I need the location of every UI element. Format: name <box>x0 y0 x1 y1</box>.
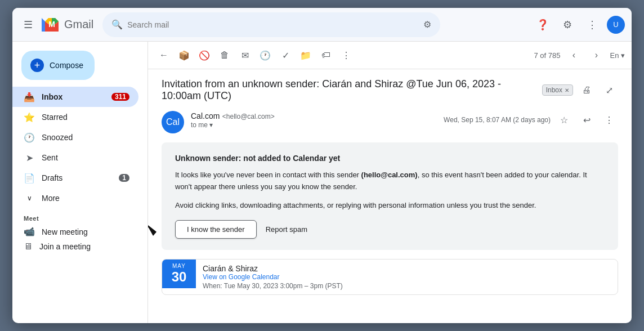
chevron-down-icon: ∨ <box>24 194 35 202</box>
user-avatar[interactable]: U <box>607 16 625 34</box>
prev-email-button[interactable]: ‹ <box>565 46 583 64</box>
archive-button[interactable]: 📦 <box>175 46 193 64</box>
email-area: ← 📦 🚫 🗑 ✉ 🕐 ✓ 📁 🏷 ⋮ 7 of 785 ‹ › En ▾ <box>147 42 632 323</box>
sidebar-item-label: Drafts <box>42 173 112 182</box>
join-meeting-button[interactable]: 🖥 Join a meeting <box>24 239 136 254</box>
more-toolbar-button[interactable]: ⋮ <box>337 46 355 64</box>
know-sender-button[interactable]: I know the sender <box>175 220 257 239</box>
remove-label-button[interactable]: ✕ <box>565 87 569 93</box>
sidebar-item-snoozed[interactable]: 🕐 Snoozed <box>12 127 138 147</box>
cal-day: 30 <box>172 269 187 285</box>
sidebar-item-sent[interactable]: ➤ Sent <box>12 147 138 168</box>
more-email-button[interactable]: ⋮ <box>600 111 618 129</box>
search-input[interactable] <box>127 20 419 29</box>
video-icon: 📹 <box>24 226 35 237</box>
mark-done-button[interactable]: ✓ <box>276 46 294 64</box>
email-toolbar: ← 📦 🚫 🗑 ✉ 🕐 ✓ 📁 🏷 ⋮ 7 of 785 ‹ › En ▾ <box>148 42 632 69</box>
app-title: Gmail <box>64 18 93 31</box>
new-meeting-button[interactable]: 📹 New meeting <box>24 224 136 239</box>
snooze-button[interactable]: 🕐 <box>256 46 274 64</box>
email-header: Cal Cal.com <hello@cal.com> to me ▾ Wed,… <box>162 111 618 133</box>
print-button[interactable]: 🖨 <box>578 81 596 99</box>
cal-title: Ciarán & Shiraz <box>203 264 343 273</box>
sender-avatar: Cal <box>162 111 184 133</box>
warning-body2: Avoid clicking links, downloading attach… <box>175 200 605 212</box>
mark-unread-button[interactable]: ✉ <box>236 46 254 64</box>
meet-label: Meet <box>24 215 136 222</box>
cal-month: May <box>172 263 186 269</box>
join-meeting-label: Join a meeting <box>39 242 91 251</box>
svg-text:M: M <box>48 20 55 29</box>
sent-icon: ➤ <box>24 153 35 163</box>
sidebar-item-label: Starred <box>42 113 129 122</box>
warning-body1: It looks like you've never been in conta… <box>175 169 605 193</box>
to-me[interactable]: to me ▾ <box>191 121 437 129</box>
new-meeting-label: New meeting <box>42 227 88 236</box>
search-bar[interactable]: 🔍 ⚙ <box>102 12 440 37</box>
label-button[interactable]: 🏷 <box>317 46 335 64</box>
drafts-badge: 1 <box>119 174 129 182</box>
inbox-label-badge: Inbox ✕ <box>542 84 573 96</box>
settings-button[interactable]: ⚙ <box>557 15 578 35</box>
sidebar-item-starred[interactable]: ⭐ Starred <box>12 107 138 127</box>
more-label: More <box>42 194 129 203</box>
meet-section: Meet 📹 New meeting 🖥 Join a meeting <box>12 208 147 256</box>
language-selector[interactable]: En ▾ <box>610 51 625 60</box>
monitor-icon: 🖥 <box>24 241 33 252</box>
email-content: Invitation from an unknown sender: Ciará… <box>148 69 632 323</box>
inbox-icon: 📥 <box>24 92 35 102</box>
warning-container: Unknown sender: not added to Calendar ye… <box>162 142 618 250</box>
star-button[interactable]: ☆ <box>555 111 573 129</box>
star-icon: ⭐ <box>24 112 35 123</box>
drafts-icon: 📄 <box>24 173 35 184</box>
hamburger-icon[interactable]: ☰ <box>19 14 37 35</box>
main-content: + Compose 📥 Inbox 311 ⭐ Starred 🕐 Snooze… <box>12 42 632 323</box>
email-counter: 7 of 785 <box>534 51 560 60</box>
sidebar-item-inbox[interactable]: 📥 Inbox 311 <box>12 87 138 107</box>
calendar-card: May 30 Ciarán & Shiraz View on Google Ca… <box>162 259 618 295</box>
cal-info: Ciarán & Shiraz View on Google Calendar … <box>196 260 350 294</box>
svg-marker-2 <box>148 226 156 236</box>
compose-button[interactable]: + Compose <box>21 51 95 80</box>
sidebar-item-drafts[interactable]: 📄 Drafts 1 <box>12 168 138 188</box>
move-to-button[interactable]: 📁 <box>297 46 315 64</box>
search-filter-icon[interactable]: ⚙ <box>423 19 431 30</box>
inbox-badge: 311 <box>111 93 129 101</box>
back-button[interactable]: ← <box>155 46 173 64</box>
sender-name: Cal.com <box>191 111 220 120</box>
sender-email: <hello@cal.com> <box>222 113 275 120</box>
compose-plus-icon: + <box>30 59 44 72</box>
email-date: Wed, Sep 15, 8:07 AM (2 days ago) <box>444 116 551 124</box>
view-calendar-link[interactable]: View on Google Calendar <box>203 273 343 281</box>
cal-time: When: Tue May 30, 2023 3:00pm – 3pm (PST… <box>203 282 343 290</box>
sidebar-item-label: Sent <box>42 153 129 162</box>
sidebar-item-more[interactable]: ∨ More <box>12 188 138 208</box>
cal-date-badge: May 30 <box>162 260 196 288</box>
gmail-logo: M Gmail <box>42 15 93 35</box>
sidebar: + Compose 📥 Inbox 311 ⭐ Starred 🕐 Snooze… <box>12 42 147 323</box>
compose-label: Compose <box>50 61 83 70</box>
apps-button[interactable]: ⋮ <box>582 15 602 35</box>
report-spam-toolbar-button[interactable]: 🚫 <box>195 46 213 64</box>
email-subject-row: Invitation from an unknown sender: Ciará… <box>162 78 618 102</box>
top-bar: ☰ M Gmail 🔍 ⚙ ❓ ⚙ ⋮ U <box>12 8 632 42</box>
report-spam-button[interactable]: Report spam <box>266 225 307 234</box>
warning-box: Unknown sender: not added to Calendar ye… <box>162 142 618 250</box>
sidebar-item-label: Inbox <box>42 92 105 101</box>
email-meta-right: Wed, Sep 15, 8:07 AM (2 days ago) ☆ ↩ ⋮ <box>444 111 618 129</box>
toolbar-right: 7 of 785 ‹ › En ▾ <box>534 46 625 64</box>
next-email-button[interactable]: › <box>587 46 605 64</box>
help-button[interactable]: ❓ <box>533 15 553 35</box>
top-bar-right: ❓ ⚙ ⋮ U <box>533 15 625 35</box>
sender-info: Cal.com <hello@cal.com> to me ▾ <box>191 111 437 129</box>
warning-title: Unknown sender: not added to Calendar ye… <box>175 154 605 163</box>
open-in-new-button[interactable]: ⤢ <box>600 81 618 99</box>
reply-button[interactable]: ↩ <box>578 111 596 129</box>
snoozed-icon: 🕐 <box>24 132 35 143</box>
email-subject: Invitation from an unknown sender: Ciará… <box>162 78 538 102</box>
warning-actions: I know the sender Report spam <box>175 220 605 239</box>
sidebar-item-label: Snoozed <box>42 133 129 142</box>
search-icon: 🔍 <box>111 19 123 30</box>
svg-line-1 <box>148 187 156 232</box>
delete-button[interactable]: 🗑 <box>216 46 234 64</box>
